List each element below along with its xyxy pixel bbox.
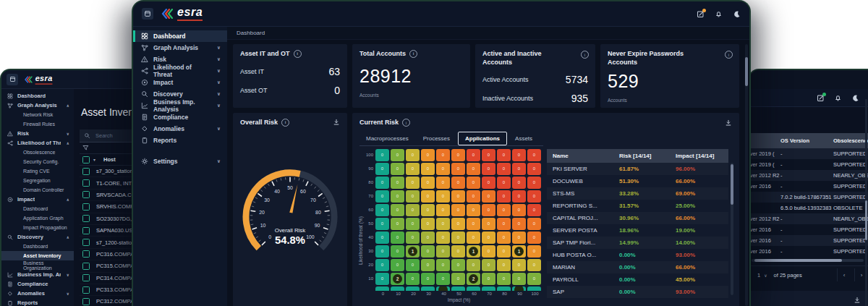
- row-checkbox[interactable]: [82, 215, 90, 222]
- sidebar-item-business-imp-analysis[interactable]: Business Imp. Analysis∨: [1, 270, 74, 279]
- sidebar-item-discovery[interactable]: Discovery∧: [1, 232, 74, 242]
- edit-badge-icon[interactable]: [817, 94, 825, 102]
- table-row[interactable]: HUB POSTA O...0.00%93.00%: [547, 249, 728, 261]
- app-switcher-icon[interactable]: [7, 74, 18, 85]
- download-icon[interactable]: [725, 119, 732, 127]
- scrollbar-thumb[interactable]: [745, 57, 748, 86]
- sidebar-subitem-security-config-[interactable]: Security Config.: [1, 157, 74, 166]
- sidebar-item-anomalies[interactable]: Anomalies∨: [1, 289, 74, 298]
- row-checkbox[interactable]: [82, 168, 90, 175]
- sidebar-item-risk[interactable]: Risk∨: [1, 129, 74, 138]
- horizontal-scrollbar[interactable]: [752, 259, 864, 262]
- os-table-row[interactable]: Server 2012 R2-NEARLY_OBSO: [750, 213, 868, 224]
- sidebar-subitem-impact-propagation[interactable]: Impact Propagation: [1, 223, 74, 232]
- os-table-row[interactable]: 7.0.2 build-17867351SUPPORTED: [750, 192, 868, 203]
- sidebar-item-settings[interactable]: Settings∨: [133, 156, 227, 167]
- info-icon[interactable]: i: [409, 50, 417, 58]
- scrollbar-thumb[interactable]: [865, 200, 867, 240]
- row-checkbox[interactable]: [82, 263, 90, 270]
- scrollbar-thumb[interactable]: [731, 164, 733, 205]
- bell-icon[interactable]: [834, 94, 842, 102]
- sidebar-item-compliance[interactable]: Compliance: [1, 279, 74, 289]
- os-table-row[interactable]: Server 2012 R2-NEARLY_OBSO: [750, 170, 868, 181]
- sidebar-subitem-network-risk[interactable]: Network Risk: [1, 110, 74, 119]
- os-table-row[interactable]: 6.5.0 build-13932383OBSOLETE: [750, 203, 868, 213]
- sidebar-subitem-dashboard[interactable]: Dashboard: [1, 242, 74, 251]
- chevron-down-icon[interactable]: ▾: [93, 157, 95, 162]
- row-checkbox[interactable]: [82, 286, 90, 294]
- sidebar-subitem-business-organization[interactable]: Business Organization: [1, 260, 74, 270]
- edit-badge-icon[interactable]: [697, 10, 705, 18]
- sidebar-item-graph-analysis[interactable]: Graph Analysis∧: [1, 101, 74, 110]
- sidebar-item-anomalies[interactable]: Anomalies∨: [133, 123, 227, 135]
- table-row[interactable]: REPORTING S...31.57%25.00%: [547, 200, 728, 212]
- tab-processes[interactable]: Processes: [417, 132, 456, 145]
- sidebar-item-impact[interactable]: Impact∨: [133, 77, 227, 88]
- table-row[interactable]: PAYROLL0.00%45.00%: [547, 273, 728, 286]
- row-checkbox[interactable]: [82, 227, 90, 234]
- info-icon[interactable]: i: [402, 119, 410, 127]
- table-row[interactable]: SAP TMP Fiori...14.99%14.00%: [547, 237, 728, 249]
- row-checkbox[interactable]: [82, 298, 90, 305]
- row-checkbox[interactable]: [82, 203, 90, 211]
- tab-macroprocesses[interactable]: Macroprocesses: [359, 132, 415, 145]
- sidebar-subitem-asset-inventory[interactable]: Asset Inventory: [1, 251, 74, 260]
- sidebar-subitem-dashboard[interactable]: Dashboard: [1, 204, 74, 213]
- table-row[interactable]: MARIAN0.00%66.00%: [547, 261, 728, 273]
- vertical-scrollbar[interactable]: [745, 44, 748, 306]
- row-checkbox[interactable]: [82, 179, 90, 187]
- table-row[interactable]: PKI SERVER61.87%96.00%: [547, 163, 728, 175]
- info-icon[interactable]: i: [581, 51, 589, 59]
- bell-icon[interactable]: [715, 10, 723, 18]
- page-number[interactable]: 1: [757, 272, 760, 279]
- table-row[interactable]: SAP0.00%93.00%: [547, 286, 728, 298]
- filter-icon[interactable]: [82, 145, 89, 151]
- os-table-row[interactable]: Server 2016-SUPPORTED: [750, 181, 868, 192]
- table-row[interactable]: DOCUWEB51.30%66.00%: [547, 175, 728, 187]
- table-row[interactable]: CAPITAL PROJ...30.96%66.00%: [547, 212, 728, 224]
- row-checkbox[interactable]: [82, 191, 90, 198]
- download-icon[interactable]: [854, 297, 861, 304]
- os-table-row[interactable]: Server 2019 (-SUPPORTED: [750, 148, 868, 159]
- app-switcher-icon[interactable]: [142, 8, 153, 20]
- row-checkbox[interactable]: [82, 274, 90, 281]
- chevron-down-icon[interactable]: ∨: [764, 273, 767, 278]
- sidebar-item-reports[interactable]: Reports: [133, 135, 227, 146]
- info-icon[interactable]: i: [294, 50, 302, 58]
- scrollbar-thumb[interactable]: [754, 259, 842, 262]
- row-checkbox[interactable]: [82, 250, 90, 258]
- moon-icon[interactable]: [851, 94, 859, 102]
- table-row[interactable]: STS-MS33.28%69.00%: [547, 187, 728, 200]
- sidebar-item-likelihood-of-threat[interactable]: Likelihood of Threat∧: [1, 138, 74, 148]
- sidebar-subitem-application-graph[interactable]: Application Graph: [1, 213, 74, 223]
- sidebar-item-graph-analysis[interactable]: Graph Analysis∨: [133, 42, 227, 54]
- sidebar-subitem-domain-controller[interactable]: Domain Controller: [1, 185, 74, 195]
- sidebar-item-impact[interactable]: Impact∧: [1, 195, 74, 204]
- sidebar-subitem-rating-cve[interactable]: Rating CVE: [1, 166, 74, 176]
- moon-icon[interactable]: [733, 10, 741, 18]
- info-icon[interactable]: i: [725, 51, 733, 59]
- os-table-row[interactable]: Server 2016-SUPPORTED: [750, 224, 868, 235]
- os-table-row[interactable]: Server 2016-SUPPORTED: [750, 235, 868, 246]
- download-icon[interactable]: [333, 119, 340, 126]
- tab-assets[interactable]: Assets: [509, 132, 539, 145]
- sidebar-item-dashboard[interactable]: Dashboard: [1, 91, 74, 101]
- row-checkbox[interactable]: [82, 239, 90, 246]
- sidebar-item-likelihood-of-threat[interactable]: Likelihood of Threat∨: [133, 65, 227, 77]
- sidebar-item-compliance[interactable]: Compliance: [133, 111, 227, 123]
- sidebar-item-business-imp-analysis[interactable]: Business Imp. Analysis∨: [133, 100, 227, 111]
- sidebar-item-dashboard[interactable]: Dashboard: [133, 30, 227, 42]
- vertical-scrollbar[interactable]: [865, 99, 867, 306]
- select-all-checkbox[interactable]: [82, 156, 90, 163]
- os-table-row[interactable]: Server 2019 (-SUPPORTED: [750, 159, 868, 170]
- sidebar-subitem-firewall-rules[interactable]: Firewall Rules: [1, 119, 74, 129]
- prev-page-button[interactable]: ‹: [837, 268, 851, 281]
- table-scrollbar[interactable]: [731, 163, 733, 295]
- info-icon[interactable]: i: [281, 119, 289, 127]
- table-row[interactable]: SERVER POSTA18.96%19.00%: [547, 224, 728, 237]
- sidebar-subitem-segregation[interactable]: Segregation: [1, 176, 74, 185]
- tab-applications[interactable]: Applications: [458, 132, 507, 145]
- os-table-row[interactable]: Server 2016-SUPPORTED: [750, 246, 868, 257]
- sidebar-item-reports[interactable]: Reports: [1, 298, 74, 306]
- sidebar-subitem-obsolescence[interactable]: Obsolescence: [1, 148, 74, 157]
